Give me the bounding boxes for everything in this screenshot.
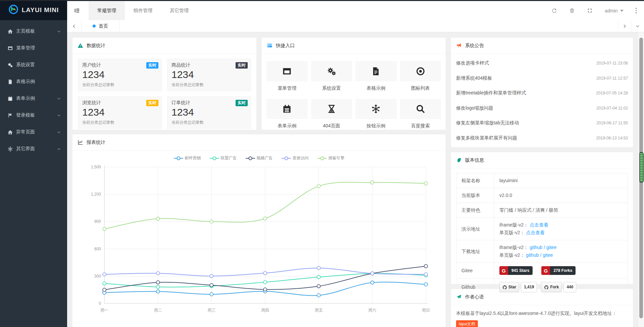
quick-entry-表格示例[interactable]: 表格示例: [355, 61, 397, 91]
stat-desc: 当前分类总记录数: [82, 82, 157, 88]
gears-icon: [311, 61, 352, 81]
quick-entry-按钮示例[interactable]: 按钮示例: [355, 99, 397, 129]
version-row: 主要特色零门槛 / 响应式 / 清爽 / 极简: [456, 203, 628, 218]
github-button-label: Fork: [550, 283, 559, 291]
sidebar-item-登录模板[interactable]: 登录模板: [0, 107, 67, 124]
stat-value: 1234: [82, 69, 157, 80]
quick-entry-图标列表[interactable]: 图标列表: [400, 61, 441, 91]
card-title: 作者心语: [465, 294, 484, 300]
announcement-text: 修改logo缩放问题: [456, 105, 493, 111]
sidebar-item-异常页面[interactable]: 异常页面: [0, 124, 67, 140]
author-text: 本模板基于layui2.5.4以及font-awesome-4.7.0进行实现。…: [456, 311, 616, 316]
announcement-row[interactable]: 修复多模块菜单栏展开有问题2019-06-13 14:53: [456, 131, 628, 146]
y-tick-label: 1,500: [91, 165, 101, 169]
version-value-line: layuimini: [499, 177, 623, 185]
header-tab-组件管理[interactable]: 组件管理: [125, 1, 161, 20]
data-point-直接访问: [424, 273, 428, 276]
quick-entry-系统设置[interactable]: 系统设置: [311, 61, 352, 91]
version-link[interactable]: gitee: [543, 252, 553, 258]
sidebar-item-系统设置[interactable]: 系统设置: [0, 56, 67, 73]
announcement-row[interactable]: 修改选项卡样式2019-07-11 23:06: [456, 56, 628, 71]
legend-item-直接访问[interactable]: 直接访问: [282, 155, 309, 161]
data-point-搜索引擎: [263, 217, 267, 220]
quick-entry-404页面[interactable]: 404页面: [311, 99, 352, 129]
card-report-statistics: 报表统计 邮件营销联盟广告视频广告直接访问搜索引擎 03006009001,20…: [72, 134, 446, 327]
version-text: layuimini: [499, 178, 517, 183]
data-point-视频广告: [424, 264, 428, 268]
github-star-button[interactable]: Star: [499, 282, 519, 292]
user-dropdown[interactable]: admin: [605, 8, 623, 13]
tab-scroll-left-icon[interactable]: [67, 20, 82, 32]
github-count[interactable]: 440: [563, 282, 576, 292]
version-text: v2.0.0: [499, 193, 512, 198]
page-scrollbar[interactable]: [638, 32, 644, 327]
quick-entry-百度搜索[interactable]: 百度搜索: [400, 99, 441, 129]
gitee-badge[interactable]: G941 Stars: [499, 266, 533, 275]
page-tabbar: 首页: [67, 20, 644, 32]
github-star-widget: Star1,419: [499, 282, 537, 292]
announcement-row[interactable]: 新增系统404模板2019-07-11 12:57: [456, 71, 628, 86]
card-author-words: 作者心语 本模板基于layui2.5.4以及font-awesome-4.7.0…: [451, 289, 633, 327]
legend-label: 联盟广告: [221, 155, 237, 161]
legend-marker-icon: [174, 156, 183, 160]
fullscreen-icon[interactable]: [587, 8, 593, 13]
active-tab-dot: [93, 25, 96, 28]
sidebar-item-主页模板[interactable]: 主页模板: [0, 23, 67, 40]
gitee-logo-icon: G: [541, 266, 550, 275]
quick-entry-label: 表单示例: [266, 123, 308, 129]
quick-entry-表单示例[interactable]: 表单示例: [266, 99, 308, 129]
version-link[interactable]: gitee: [546, 245, 556, 250]
data-point-搜索引擎: [370, 181, 374, 184]
data-point-视频广告: [317, 285, 320, 288]
sidebar-item-表单示例[interactable]: 表单示例: [0, 90, 67, 107]
file-icon: [355, 61, 397, 81]
version-link[interactable]: github: [530, 245, 542, 250]
announcement-text: 修改选项卡样式: [456, 60, 489, 66]
legend-item-视频广告[interactable]: 视频广告: [246, 155, 273, 161]
header-tab-其它管理[interactable]: 其它管理: [161, 1, 197, 20]
app-logo[interactable]: LAYUI MINI: [0, 0, 67, 20]
tab-scroll-right-icon[interactable]: [618, 20, 631, 32]
version-link[interactable]: 点击查看: [530, 222, 548, 228]
refresh-icon[interactable]: [551, 8, 557, 13]
legend-item-邮件营销[interactable]: 邮件营销: [174, 155, 201, 161]
header-nav-tabs: 常规管理组件管理其它管理: [89, 1, 197, 20]
data-point-联盟广告: [103, 282, 106, 285]
tab-operations-icon[interactable]: [631, 20, 644, 32]
author-paragraph: 本模板基于layui2.5.4以及font-awesome-4.7.0进行实现。…: [456, 309, 628, 318]
logo-mark-icon: [8, 4, 18, 16]
header-tab-常规管理[interactable]: 常规管理: [89, 1, 125, 20]
sidebar-item-菜单管理[interactable]: 菜单管理: [0, 40, 67, 56]
tab-home[interactable]: 首页: [82, 20, 119, 32]
warning-triangle-icon: [78, 43, 83, 48]
card-title: 数据统计: [87, 43, 105, 49]
gitee-badge[interactable]: G278 Forks: [541, 266, 576, 275]
version-link[interactable]: /: [542, 245, 546, 250]
legend-item-联盟广告[interactable]: 联盟广告: [210, 155, 237, 161]
github-fork-button[interactable]: Fork: [541, 282, 562, 292]
sidebar-item-其它界面[interactable]: 其它界面: [0, 140, 67, 157]
announcement-row[interactable]: 新增treetable插件和菜单管理样式2019-07-05 14:28: [456, 86, 628, 101]
menu-collapse-icon[interactable]: [67, 1, 87, 20]
data-point-搜索引擎: [103, 227, 106, 231]
announcement-date: 2019-07-11 12:57: [596, 76, 628, 81]
version-link[interactable]: github: [526, 252, 539, 258]
clear-cache-trash-icon[interactable]: [569, 8, 575, 13]
announcement-list: 修改选项卡样式2019-07-11 23:06新增系统404模板2019-07-…: [451, 54, 633, 148]
sidebar-item-表格示例[interactable]: 表格示例: [0, 73, 67, 90]
version-link[interactable]: /: [539, 252, 543, 258]
chevron-down-icon: [57, 29, 61, 34]
stat-box-用户统计: 用户统计1234当前分类总记录数实时: [78, 58, 162, 91]
github-count[interactable]: 1,419: [521, 282, 537, 292]
data-point-直接访问: [156, 272, 160, 275]
home-icon: [7, 29, 13, 34]
scroll-marker-widget: [639, 152, 644, 183]
more-options-icon[interactable]: [636, 8, 637, 13]
announcement-row[interactable]: 修复左侧菜单缩放tab无法移动2019-06-17 11:55: [456, 116, 628, 131]
legend-item-搜索引擎[interactable]: 搜索引擎: [317, 155, 345, 161]
version-link[interactable]: 点击查看: [526, 230, 545, 235]
announcement-row[interactable]: 修改logo缩放问题2019-07-04 11:02: [456, 101, 628, 116]
quick-entry-菜单管理[interactable]: 菜单管理: [266, 61, 308, 91]
author-badge[interactable]: layui文档: [456, 320, 478, 327]
y-tick-label: 0: [99, 301, 101, 306]
